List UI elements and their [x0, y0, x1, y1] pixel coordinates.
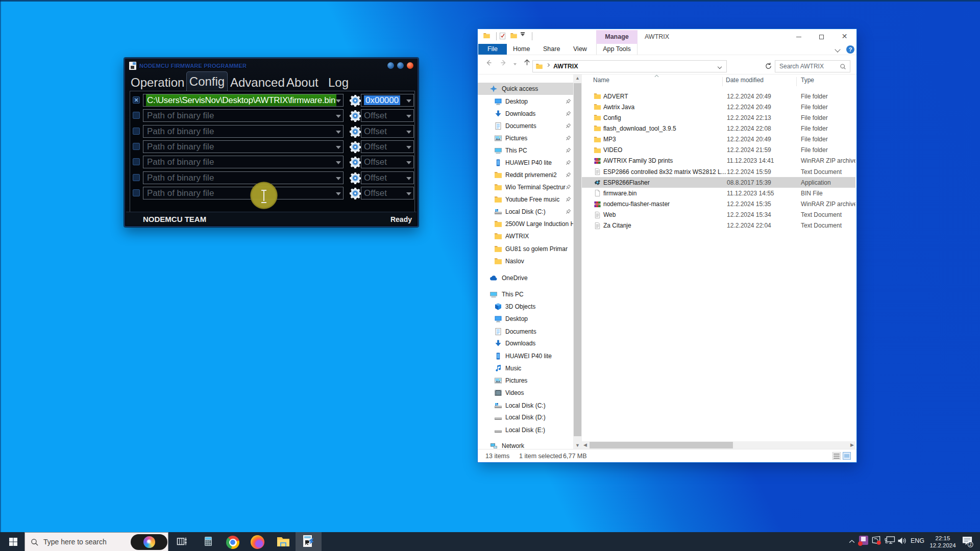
svg-text:2: 2: [969, 542, 972, 547]
